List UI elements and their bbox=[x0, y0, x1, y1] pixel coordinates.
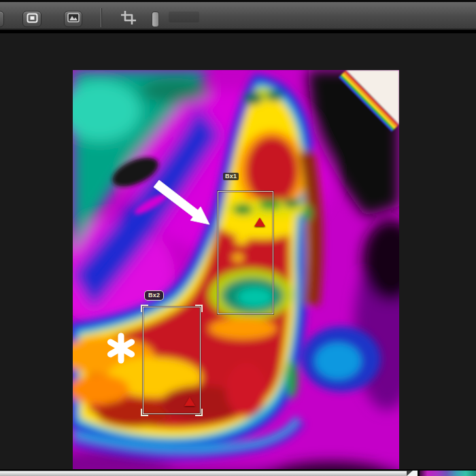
toolbar-recessed-area bbox=[169, 12, 199, 22]
framed-square-icon bbox=[27, 13, 38, 26]
partial-toolbar-button[interactable] bbox=[0, 11, 4, 27]
bottom-bar bbox=[0, 469, 476, 476]
image-stage: Bx1 Bx2 bbox=[0, 33, 476, 469]
picture-icon bbox=[67, 13, 80, 25]
roi-corner-handle[interactable] bbox=[141, 409, 148, 416]
frame-tool-button[interactable] bbox=[22, 11, 41, 27]
roi-corner-handle[interactable] bbox=[141, 305, 148, 312]
crop-icon bbox=[120, 10, 137, 28]
horizontal-scrollbar[interactable] bbox=[0, 471, 407, 476]
hotspot-triangle-marker-1 bbox=[254, 218, 265, 226]
toolbar bbox=[0, 0, 476, 30]
roi-box-bx1[interactable] bbox=[218, 191, 273, 314]
roi-corner-handle[interactable] bbox=[195, 409, 203, 416]
toolbar-slider-handle[interactable] bbox=[152, 12, 158, 27]
thumbnail-color-strip bbox=[420, 471, 476, 476]
hotspot-triangle-marker-2 bbox=[184, 397, 195, 406]
image-tool-button[interactable] bbox=[64, 11, 82, 27]
scrollbar-grip[interactable] bbox=[407, 471, 418, 476]
crop-tool-button[interactable] bbox=[120, 12, 137, 27]
thermal-image-canvas[interactable]: Bx1 Bx2 bbox=[73, 70, 399, 476]
roi-corner-handle[interactable] bbox=[195, 305, 203, 312]
roi-label-bx1: Bx1 bbox=[223, 173, 239, 180]
roi-label-bx2: Bx2 bbox=[144, 290, 164, 301]
thermal-viewer-window: Bx1 Bx2 bbox=[0, 0, 476, 476]
toolbar-separator bbox=[101, 8, 101, 27]
